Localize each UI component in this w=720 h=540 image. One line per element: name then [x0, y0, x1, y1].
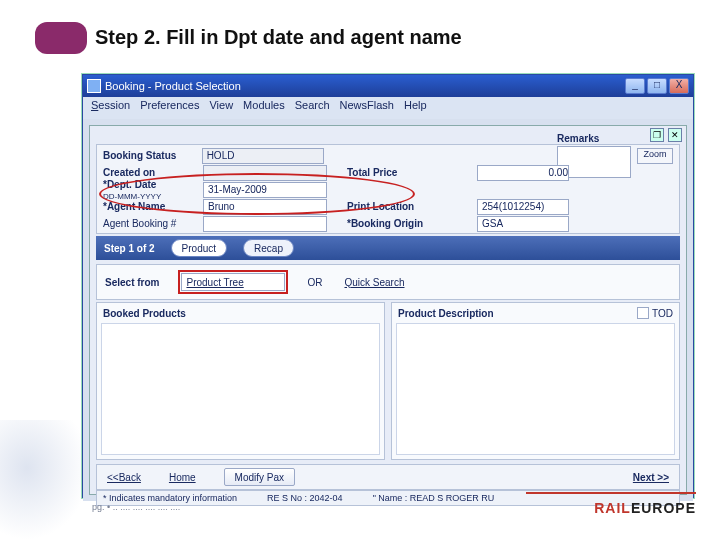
home-link[interactable]: Home — [169, 472, 196, 483]
booking-header-panel: Booking Status HOLD Remarks Zoom — [96, 144, 680, 234]
product-description-label: Product Description — [398, 308, 494, 319]
modify-pax-button[interactable]: Modify Pax — [224, 468, 295, 486]
menu-preferences[interactable]: Preferences — [140, 99, 199, 117]
wizard-step-bar: Step 1 of 2 Product Recap — [96, 236, 680, 260]
product-tree-dropdown[interactable]: Product Tree — [181, 273, 285, 291]
menu-modules[interactable]: Modules — [243, 99, 285, 117]
total-price-value: 0.00 — [477, 165, 569, 181]
next-link[interactable]: Next >> — [633, 472, 669, 483]
agent-booking-label: Agent Booking # — [97, 218, 203, 229]
select-from-panel: Select from Product Tree OR Quick Search — [96, 264, 680, 300]
wizard-nav: <<Back Home Modify Pax Next >> — [96, 464, 680, 490]
total-price-label: Total Price — [327, 167, 477, 178]
app-icon — [87, 79, 101, 93]
quick-search-link[interactable]: Quick Search — [344, 277, 404, 288]
agent-name-field[interactable]: Bruno — [203, 199, 327, 215]
dept-date-field[interactable]: 31-May-2009 — [203, 182, 327, 198]
titlebar: Booking - Product Selection _ □ X — [83, 75, 693, 97]
menu-search[interactable]: Search — [295, 99, 330, 117]
footer-caption: pg. • .. .... .... .... .... .... — [92, 502, 180, 512]
menubar: SSessionession Preferences View Modules … — [83, 97, 693, 119]
title-accent — [35, 22, 87, 54]
menu-view[interactable]: View — [209, 99, 233, 117]
tod-checkbox[interactable] — [637, 307, 649, 319]
mdi-child: ❐ ✕ Booking Status HOLD Remarks — [89, 125, 687, 495]
step-label: Step 1 of 2 — [104, 243, 155, 254]
select-from-label: Select from — [105, 277, 159, 288]
remarks-label: Remarks — [557, 133, 599, 144]
decorative-blur — [0, 420, 90, 540]
status-name: " Name : READ S ROGER RU — [373, 493, 495, 503]
status-res-no: RE S No : 2042-04 — [267, 493, 343, 503]
brand-logo: RAILEUROPE — [594, 500, 696, 516]
print-location-label: Print Location — [327, 201, 477, 212]
menu-session[interactable]: SSessionession — [91, 99, 130, 117]
product-description-area — [396, 323, 675, 455]
dept-date-label: *Dept. Date DD-MMM-YYYY — [97, 179, 203, 201]
tab-product[interactable]: Product — [171, 239, 227, 257]
booking-status-label: Booking Status — [97, 150, 202, 161]
booked-products-list[interactable] — [101, 323, 380, 455]
minimize-button[interactable]: _ — [625, 78, 645, 94]
back-link[interactable]: <<Back — [107, 472, 141, 483]
created-on-value — [203, 165, 327, 181]
tod-label: TOD — [652, 308, 673, 319]
booking-status-value: HOLD — [202, 148, 324, 164]
maximize-button[interactable]: □ — [647, 78, 667, 94]
close-button[interactable]: X — [669, 78, 689, 94]
menu-help[interactable]: Help — [404, 99, 427, 117]
booked-products-label: Booked Products — [103, 308, 186, 319]
tab-recap[interactable]: Recap — [243, 239, 294, 257]
menu-newsflash[interactable]: NewsFlash — [340, 99, 394, 117]
agent-name-label: *Agent Name — [97, 201, 203, 212]
booking-origin-label: *Booking Origin — [327, 218, 477, 229]
brand-rule — [526, 492, 696, 494]
print-location-value: 254(1012254) — [477, 199, 569, 215]
zoom-button[interactable]: Zoom — [637, 148, 673, 164]
window-title: Booking - Product Selection — [105, 80, 241, 92]
agent-booking-field[interactable] — [203, 216, 327, 232]
app-window: Booking - Product Selection _ □ X SSessi… — [82, 74, 694, 498]
product-description-panel: Product Description TOD — [391, 302, 680, 460]
or-label: OR — [307, 277, 322, 288]
booking-origin-field[interactable]: GSA — [477, 216, 569, 232]
slide-title: Step 2. Fill in Dpt date and agent name — [95, 26, 462, 49]
created-on-label: Created on — [97, 167, 203, 178]
booked-products-panel: Booked Products — [96, 302, 385, 460]
